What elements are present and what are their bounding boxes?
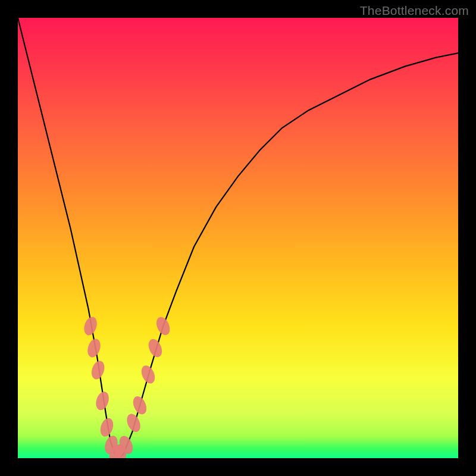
plot-area [18, 18, 458, 458]
curve-marker [94, 390, 111, 412]
curve-marker [124, 412, 143, 434]
watermark-text: TheBottleneck.com [360, 4, 469, 18]
chart-svg [18, 18, 458, 458]
curve-marker [89, 359, 107, 381]
curve-marker [98, 416, 115, 439]
curve-markers [82, 315, 173, 458]
curve-marker [154, 315, 173, 337]
curve-marker [86, 337, 103, 359]
curve-marker [130, 394, 149, 416]
curve-marker [82, 315, 99, 337]
bottleneck-curve [18, 18, 458, 458]
outer-frame: TheBottleneck.com [0, 0, 476, 476]
curve-marker [146, 337, 164, 359]
curve-marker [139, 364, 157, 386]
